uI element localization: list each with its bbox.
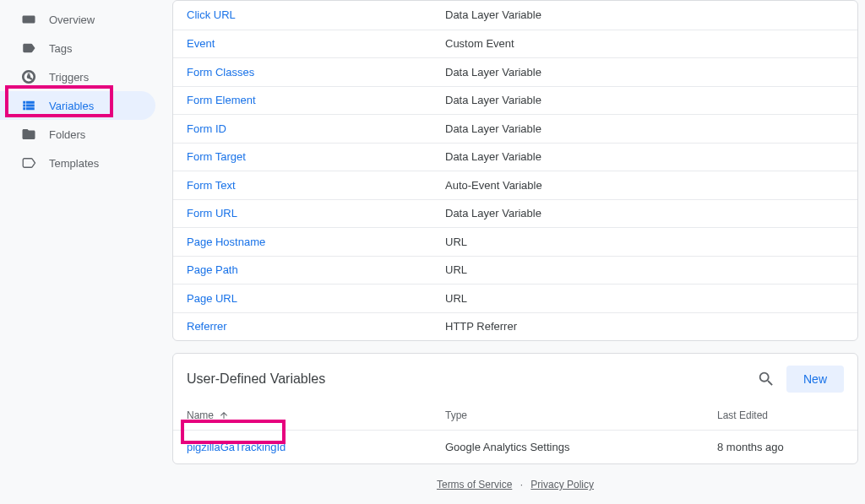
- variable-name[interactable]: Page URL: [187, 292, 445, 305]
- variable-row[interactable]: EventCustom Event: [173, 30, 857, 58]
- variable-row[interactable]: Form TargetData Layer Variable: [173, 143, 857, 171]
- variable-name[interactable]: Form URL: [187, 207, 445, 219]
- sidebar-item-variables[interactable]: Variables: [0, 91, 155, 120]
- sidebar-item-overview[interactable]: Overview: [0, 5, 155, 34]
- udv-type: Google Analytics Settings: [445, 441, 717, 453]
- overview-icon: [20, 11, 37, 28]
- variable-type: Data Layer Variable: [445, 8, 857, 21]
- sidebar-item-folders[interactable]: Folders: [0, 120, 155, 149]
- variable-type: URL: [445, 292, 857, 305]
- variable-name[interactable]: Form Text: [187, 179, 445, 192]
- variable-row[interactable]: Page URLURL: [173, 284, 857, 312]
- variable-name[interactable]: Form ID: [187, 122, 445, 135]
- variable-type: Data Layer Variable: [445, 94, 857, 106]
- tag-icon: [20, 40, 37, 57]
- variable-row[interactable]: Form TextAuto-Event Variable: [173, 171, 857, 199]
- column-header-type[interactable]: Type: [445, 409, 717, 421]
- udv-name[interactable]: pigzillaGaTrackingId: [187, 441, 445, 453]
- sidebar-item-label: Overview: [49, 14, 95, 26]
- variable-type: Auto-Event Variable: [445, 179, 857, 192]
- column-header-last-edited[interactable]: Last Edited: [717, 409, 844, 421]
- column-header-label: Name: [187, 409, 214, 421]
- variable-type: Data Layer Variable: [445, 150, 857, 163]
- sidebar-item-tags[interactable]: Tags: [0, 34, 155, 62]
- privacy-policy-link[interactable]: Privacy Policy: [530, 479, 594, 490]
- variable-row[interactable]: Form ClassesData Layer Variable: [173, 57, 857, 86]
- sidebar-item-label: Triggers: [49, 71, 89, 84]
- variable-row[interactable]: Click URLData Layer Variable: [173, 1, 857, 30]
- variable-name[interactable]: Page Path: [187, 263, 445, 276]
- main-content: Click URLData Layer VariableEventCustom …: [172, 0, 858, 464]
- udv-title: User-Defined Variables: [187, 371, 756, 387]
- column-header-name[interactable]: Name: [187, 409, 445, 421]
- variable-type: URL: [445, 236, 857, 248]
- variable-type: Data Layer Variable: [445, 207, 857, 219]
- variable-type: Data Layer Variable: [445, 66, 857, 79]
- terms-of-service-link[interactable]: Terms of Service: [437, 479, 512, 490]
- variable-name[interactable]: Form Element: [187, 94, 445, 106]
- trigger-icon: [20, 68, 37, 85]
- udv-header: User-Defined Variables New: [173, 354, 857, 401]
- variables-icon: [20, 97, 37, 114]
- udv-row[interactable]: pigzillaGaTrackingIdGoogle Analytics Set…: [173, 430, 857, 463]
- sidebar-item-label: Templates: [49, 157, 99, 170]
- user-defined-variables-panel: User-Defined Variables New Name Type Las…: [172, 353, 858, 464]
- variable-row[interactable]: Page PathURL: [173, 256, 857, 285]
- variable-row[interactable]: ReferrerHTTP Referrer: [173, 312, 857, 341]
- variable-name[interactable]: Click URL: [187, 8, 445, 21]
- variable-type: Custom Event: [445, 37, 857, 50]
- variable-type: URL: [445, 263, 857, 276]
- footer-separator: ·: [520, 479, 523, 490]
- footer: Terms of Service · Privacy Policy: [172, 479, 858, 490]
- new-button[interactable]: New: [786, 366, 844, 393]
- sidebar-item-label: Tags: [49, 42, 72, 55]
- templates-icon: [20, 154, 37, 171]
- variable-type: Data Layer Variable: [445, 122, 857, 135]
- sort-arrow-icon: [219, 410, 229, 420]
- udv-column-headers: Name Type Last Edited: [173, 401, 857, 430]
- variable-name[interactable]: Page Hostname: [187, 236, 445, 248]
- sidebar-item-label: Folders: [49, 128, 85, 141]
- variable-row[interactable]: Page HostnameURL: [173, 227, 857, 256]
- variable-row[interactable]: Form URLData Layer Variable: [173, 199, 857, 228]
- sidebar: Overview Tags Triggers Variables Folders…: [0, 0, 169, 177]
- variable-name[interactable]: Event: [187, 37, 445, 50]
- folder-icon: [20, 126, 37, 143]
- search-icon[interactable]: [756, 369, 776, 389]
- sidebar-item-label: Variables: [49, 100, 94, 112]
- variable-name[interactable]: Form Classes: [187, 66, 445, 79]
- variable-name[interactable]: Referrer: [187, 320, 445, 333]
- variable-type: HTTP Referrer: [445, 320, 857, 333]
- variable-name[interactable]: Form Target: [187, 150, 445, 163]
- sidebar-item-templates[interactable]: Templates: [0, 149, 155, 177]
- udv-last-edited: 8 months ago: [717, 441, 844, 453]
- builtin-variables-panel: Click URLData Layer VariableEventCustom …: [172, 0, 858, 341]
- variable-row[interactable]: Form ElementData Layer Variable: [173, 86, 857, 115]
- sidebar-item-triggers[interactable]: Triggers: [0, 62, 155, 91]
- svg-point-1: [27, 75, 31, 79]
- variable-row[interactable]: Form IDData Layer Variable: [173, 114, 857, 143]
